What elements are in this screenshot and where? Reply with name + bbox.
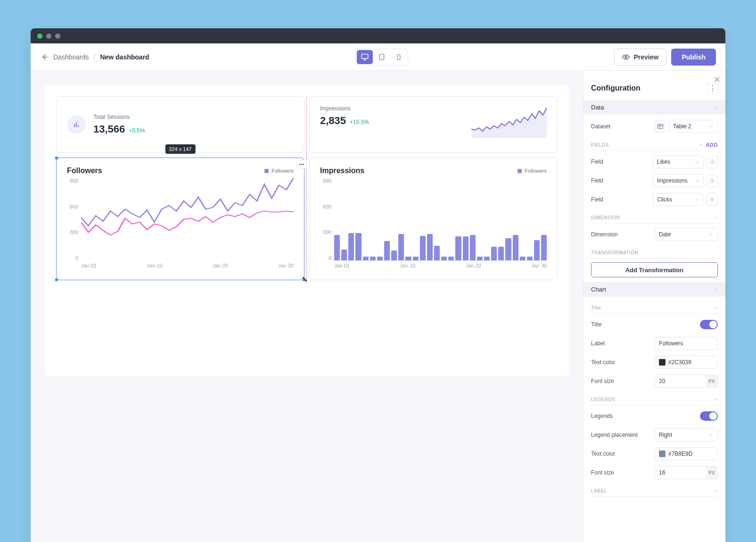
svg-point-3	[625, 56, 627, 58]
preview-button[interactable]: Preview	[614, 49, 666, 66]
dataset-select[interactable]: Table 2	[669, 120, 718, 133]
device-switcher	[355, 49, 408, 66]
field-label: Field	[591, 177, 603, 184]
device-mobile-button[interactable]	[391, 50, 407, 64]
legend-text-color-label: Text color	[591, 450, 615, 457]
section-chart-header[interactable]: Chart	[583, 282, 725, 297]
legend-placement-label: Legend placement	[591, 432, 638, 438]
chevron-down-icon[interactable]	[698, 142, 703, 147]
breadcrumb-prev[interactable]: Dashboards	[53, 53, 89, 61]
title-label-input[interactable]	[655, 337, 718, 350]
mobile-icon	[395, 54, 402, 60]
followers-x-axis: Jan 01Jan 10Jan 20Jan 30	[81, 263, 294, 272]
impressions-delta: +15.5%	[350, 119, 369, 125]
publish-button[interactable]: Publish	[671, 49, 716, 66]
followers-y-axis: 9006003000	[67, 178, 81, 261]
preview-label: Preview	[633, 53, 658, 61]
resize-cursor-icon: ⤡	[302, 275, 308, 284]
widget-impressions-chart[interactable]: Impressions Followers 9006003000 Jan 01J…	[309, 158, 558, 280]
chevron-down-icon[interactable]	[713, 216, 718, 220]
dimension-label: Dimension	[591, 231, 618, 238]
legend-placement-select[interactable]: Right	[655, 428, 718, 442]
device-desktop-button[interactable]	[357, 50, 373, 64]
chevron-down-icon[interactable]	[713, 489, 718, 493]
dataset-label: Dataset	[591, 123, 610, 130]
field-select[interactable]: Likes	[653, 155, 704, 168]
field-select[interactable]: Impressions	[653, 174, 704, 187]
title-toggle[interactable]	[700, 320, 718, 329]
field-label: Field	[591, 158, 603, 165]
svg-rect-1	[379, 54, 384, 60]
sessions-value: 13,566	[93, 123, 125, 135]
titlebar	[31, 28, 725, 43]
svg-rect-2	[397, 54, 400, 59]
field-settings-button[interactable]	[707, 193, 718, 206]
field-settings-button[interactable]	[707, 155, 718, 168]
breadcrumb-current: New dashboard	[100, 53, 149, 61]
title-color-input[interactable]: #2C3039	[655, 356, 718, 369]
chevron-down-icon[interactable]	[713, 397, 718, 402]
widget-more-button[interactable]: •••	[296, 160, 307, 168]
chevron-down-icon	[695, 197, 699, 202]
bar-chart-icon	[73, 121, 80, 128]
window-control-max[interactable]	[55, 33, 60, 39]
close-panel-button[interactable]: ✕	[714, 75, 721, 85]
dimension-select[interactable]: Date	[655, 228, 718, 241]
px-suffix: PX	[706, 375, 717, 387]
followers-legend: Followers	[264, 168, 294, 174]
gear-icon	[709, 197, 715, 202]
chevron-down-icon	[713, 287, 718, 292]
svg-point-5	[712, 161, 713, 163]
svg-point-7	[712, 199, 713, 200]
followers-chart-title: Followers	[67, 167, 102, 175]
label-label: Label	[591, 340, 605, 347]
widget-impressions-metric[interactable]: Impressions 2,835 +15.5%	[309, 96, 558, 153]
add-field-button[interactable]: ADD	[706, 142, 718, 148]
eye-icon	[622, 53, 630, 61]
sessions-delta: +5.5%	[129, 127, 145, 134]
gear-icon	[709, 159, 715, 165]
window-control-close[interactable]	[37, 33, 42, 39]
impressions-sparkline	[471, 105, 547, 144]
metric-icon	[67, 115, 86, 134]
text-color-label: Text color	[591, 359, 615, 366]
fields-header: FIELDS	[591, 142, 609, 148]
field-settings-button[interactable]	[707, 174, 718, 187]
legend-swatch	[264, 169, 269, 173]
legends-toggle[interactable]	[700, 411, 718, 421]
legend-font-size-label: Font size	[591, 469, 614, 476]
selection-dimensions-badge: 324 x 147	[165, 144, 195, 154]
title-toggle-label: Title	[591, 321, 601, 328]
widget-followers-chart[interactable]: 324 x 147 ••• ⤡ Followers Followers	[56, 158, 304, 280]
gear-icon	[709, 178, 715, 183]
svg-rect-4	[657, 124, 663, 128]
svg-rect-0	[362, 54, 368, 58]
header: Dashboards / New dashboard Preview Publi…	[31, 43, 725, 71]
app-window: Dashboards / New dashboard Preview Publi…	[31, 28, 725, 542]
legends-subheader: LEGENDS	[591, 397, 615, 402]
canvas-area[interactable]: Total Sessions 13,566 +5.5% Impressions …	[31, 71, 583, 542]
breadcrumb: Dashboards / New dashboard	[40, 53, 149, 61]
px-suffix: PX	[706, 467, 717, 479]
label-subheader: LABEL	[591, 488, 607, 493]
color-swatch	[659, 359, 666, 366]
field-select[interactable]: Clicks	[653, 193, 704, 206]
resize-handle-bl[interactable]	[55, 278, 58, 281]
impressions-chart-title: Impressions	[320, 167, 364, 175]
back-arrow-icon[interactable]	[40, 53, 49, 61]
chevron-down-icon	[713, 105, 718, 110]
window-control-min[interactable]	[46, 33, 51, 39]
alignment-guide	[306, 97, 307, 283]
device-tablet-button[interactable]	[374, 50, 390, 64]
sessions-label: Total Sessions	[93, 114, 145, 120]
impressions-y-axis: 9006003000	[320, 178, 334, 261]
chevron-down-icon[interactable]	[713, 306, 718, 310]
color-swatch	[659, 450, 666, 457]
resize-handle-tl[interactable]	[55, 157, 58, 159]
legends-toggle-label: Legends	[591, 413, 613, 419]
add-transformation-button[interactable]: Add Transformation	[591, 262, 718, 277]
legend-color-input[interactable]: #7B8E9D	[655, 447, 718, 460]
breadcrumb-sep: /	[94, 53, 96, 61]
field-label: Field	[591, 196, 603, 203]
section-data-header[interactable]: Data	[583, 100, 725, 115]
